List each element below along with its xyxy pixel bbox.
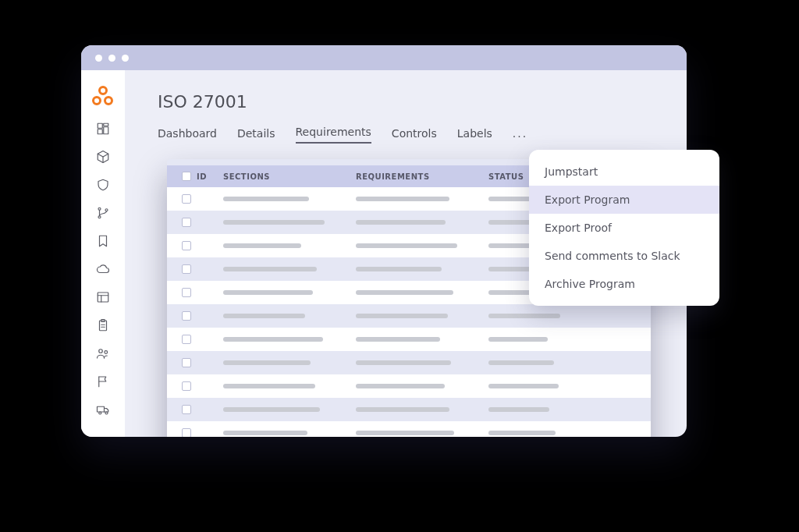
svg-rect-0 xyxy=(98,123,102,128)
placeholder-text xyxy=(223,360,311,365)
row-checkbox[interactable] xyxy=(182,381,191,391)
placeholder-text xyxy=(488,407,549,412)
cloud-icon[interactable] xyxy=(96,262,110,276)
row-checkbox[interactable] xyxy=(182,311,191,321)
table-row[interactable] xyxy=(167,351,651,374)
sidebar xyxy=(81,70,125,437)
tab-dashboard[interactable]: Dashboard xyxy=(158,127,217,144)
placeholder-text xyxy=(488,431,556,435)
clipboard-icon[interactable] xyxy=(96,318,110,332)
truck-icon[interactable] xyxy=(96,403,110,417)
tab-controls[interactable]: Controls xyxy=(392,127,437,144)
more-actions-menu: Jumpstart Export Program Export Proof Se… xyxy=(529,150,719,306)
placeholder-text xyxy=(223,337,323,342)
tabs: Dashboard Details Requirements Controls … xyxy=(158,126,657,144)
brand-logo-icon xyxy=(92,86,114,108)
package-icon[interactable] xyxy=(96,150,110,164)
placeholder-text xyxy=(223,384,315,388)
placeholder-text xyxy=(223,220,325,225)
menu-item-export-proof[interactable]: Export Proof xyxy=(529,214,719,242)
placeholder-text xyxy=(356,197,449,201)
menu-item-archive-program[interactable]: Archive Program xyxy=(529,270,719,298)
svg-rect-7 xyxy=(98,293,108,302)
row-checkbox[interactable] xyxy=(182,405,191,414)
column-header-id[interactable]: ID xyxy=(197,172,223,181)
branch-icon[interactable] xyxy=(96,206,110,220)
placeholder-text xyxy=(223,407,320,412)
table-row[interactable] xyxy=(167,328,651,351)
placeholder-text xyxy=(356,431,454,435)
placeholder-text xyxy=(223,314,305,318)
tab-details[interactable]: Details xyxy=(237,127,275,144)
titlebar xyxy=(81,45,687,70)
window-control-dot[interactable] xyxy=(108,55,115,62)
placeholder-text xyxy=(223,243,301,248)
menu-item-jumpstart[interactable]: Jumpstart xyxy=(529,158,719,186)
flag-icon[interactable] xyxy=(96,374,110,388)
row-checkbox[interactable] xyxy=(182,264,191,274)
tab-requirements[interactable]: Requirements xyxy=(296,126,371,144)
placeholder-text xyxy=(356,384,445,388)
svg-point-10 xyxy=(99,349,103,353)
placeholder-text xyxy=(356,337,440,342)
table-row[interactable] xyxy=(167,398,651,421)
placeholder-text xyxy=(356,314,448,318)
menu-item-export-program[interactable]: Export Program xyxy=(529,186,719,214)
dashboard-icon[interactable] xyxy=(96,122,110,136)
placeholder-text xyxy=(488,314,560,318)
placeholder-text xyxy=(356,360,451,365)
page-title: ISO 27001 xyxy=(158,92,657,112)
placeholder-text xyxy=(488,360,554,365)
placeholder-text xyxy=(356,243,457,248)
table-row[interactable] xyxy=(167,374,651,398)
table-row[interactable] xyxy=(167,421,651,437)
placeholder-text xyxy=(488,384,559,388)
svg-rect-3 xyxy=(98,129,102,134)
row-checkbox[interactable] xyxy=(182,288,191,297)
placeholder-text xyxy=(356,220,446,225)
row-checkbox[interactable] xyxy=(182,218,191,227)
table-row[interactable] xyxy=(167,304,651,328)
tab-more-button[interactable]: ... xyxy=(513,127,527,144)
placeholder-text xyxy=(223,431,307,435)
row-checkbox[interactable] xyxy=(182,358,191,367)
placeholder-text xyxy=(488,337,548,342)
layout-icon[interactable] xyxy=(96,290,110,304)
tab-labels[interactable]: Labels xyxy=(457,127,492,144)
window-control-dot[interactable] xyxy=(122,55,129,62)
row-checkbox[interactable] xyxy=(182,335,191,344)
svg-point-14 xyxy=(105,412,108,414)
row-checkbox[interactable] xyxy=(182,428,191,437)
placeholder-text xyxy=(356,407,449,412)
window-control-dot[interactable] xyxy=(95,55,102,62)
svg-rect-1 xyxy=(104,123,108,126)
placeholder-text xyxy=(223,267,317,271)
column-header-requirements[interactable]: REQUIREMENTS xyxy=(356,172,488,181)
placeholder-text xyxy=(223,290,313,295)
select-all-checkbox[interactable] xyxy=(182,172,191,181)
menu-item-send-comments-to-slack[interactable]: Send comments to Slack xyxy=(529,242,719,270)
placeholder-text xyxy=(356,290,453,295)
column-header-sections[interactable]: SECTIONS xyxy=(223,172,356,181)
shield-icon[interactable] xyxy=(96,178,110,192)
placeholder-text xyxy=(223,197,309,201)
bookmark-icon[interactable] xyxy=(96,234,110,248)
row-checkbox[interactable] xyxy=(182,194,191,204)
placeholder-text xyxy=(356,267,442,271)
svg-point-13 xyxy=(99,412,101,414)
svg-rect-12 xyxy=(98,406,105,412)
svg-rect-2 xyxy=(104,127,108,134)
row-checkbox[interactable] xyxy=(182,241,191,250)
svg-point-11 xyxy=(105,351,108,354)
team-icon[interactable] xyxy=(96,346,110,360)
